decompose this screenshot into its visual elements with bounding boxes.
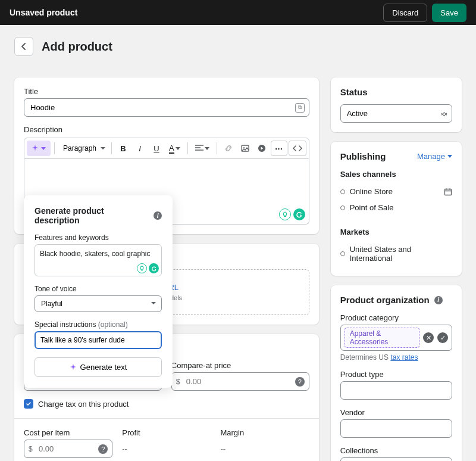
category-clear-button[interactable]: ✕ — [423, 332, 434, 343]
more-button[interactable]: ⋯ — [271, 141, 287, 156]
compare-label: Compare-at price — [171, 361, 309, 370]
bold-button[interactable]: B — [115, 141, 131, 156]
sparkle-icon — [70, 364, 77, 371]
status-select[interactable]: Active — [340, 104, 452, 123]
ai-generate-button[interactable] — [27, 141, 51, 156]
special-instructions-label: Special instructions — [35, 320, 96, 329]
grammarly-hint-icon[interactable] — [137, 263, 147, 273]
top-bar: Unsaved product Discard Save — [0, 0, 476, 25]
category-confirm-button[interactable]: ✓ — [437, 332, 448, 343]
collections-label: Collections — [340, 446, 452, 455]
status-card: Status Active — [331, 77, 462, 132]
profit-label: Profit — [122, 428, 211, 437]
product-type-input[interactable] — [340, 381, 452, 400]
margin-label: Margin — [220, 428, 309, 437]
charge-tax-label: Charge tax on this product — [38, 400, 129, 409]
org-heading: Product organization — [340, 295, 430, 305]
link-button[interactable] — [221, 141, 236, 156]
vendor-label: Vendor — [340, 408, 452, 417]
generate-text-button[interactable]: Generate text — [35, 357, 162, 377]
calendar-icon[interactable] — [444, 188, 452, 196]
svg-rect-3 — [445, 189, 452, 195]
unsaved-title: Unsaved product — [10, 8, 77, 17]
tone-select[interactable]: Playful — [35, 295, 162, 312]
info-icon[interactable]: i — [434, 296, 443, 304]
chevron-down-icon — [41, 147, 46, 150]
tax-note-prefix: Determines US — [340, 353, 391, 362]
image-button[interactable] — [237, 141, 253, 156]
align-button[interactable] — [192, 141, 213, 156]
save-button[interactable]: Save — [432, 4, 466, 22]
collections-input[interactable] — [340, 457, 452, 461]
category-input[interactable]: Apparel & Accessories ✕ ✓ — [340, 325, 452, 351]
sales-channels-label: Sales channels — [340, 170, 452, 179]
tone-label: Tone of voice — [35, 285, 162, 293]
channel-online-store[interactable]: Online Store — [340, 183, 452, 200]
title-input[interactable] — [24, 98, 309, 117]
publishing-card: Publishing Manage Sales channels Online … — [331, 142, 462, 276]
title-label: Title — [24, 87, 309, 96]
market-item[interactable]: United States and International — [340, 241, 452, 266]
optional-hint: (optional) — [98, 320, 128, 329]
channel-pos[interactable]: Point of Sale — [340, 200, 452, 216]
discard-button[interactable]: Discard — [383, 4, 427, 22]
type-label: Product type — [340, 370, 452, 379]
status-heading: Status — [340, 87, 452, 97]
vendor-input[interactable] — [340, 419, 452, 438]
link-icon — [224, 144, 233, 152]
code-view-button[interactable] — [289, 141, 306, 156]
profit-value: -- — [122, 440, 211, 453]
code-icon — [293, 145, 302, 152]
cost-label: Cost per item — [24, 428, 112, 437]
tax-rates-link[interactable]: tax rates — [390, 353, 418, 362]
category-label: Product category — [340, 313, 452, 322]
markets-label: Markets — [340, 228, 452, 236]
text-color-button[interactable]: A — [165, 141, 184, 156]
caret-down-icon — [447, 155, 452, 158]
margin-value: -- — [220, 440, 309, 453]
info-icon[interactable]: i — [154, 211, 162, 220]
image-icon — [241, 144, 249, 152]
paragraph-select[interactable]: Paragraph — [58, 142, 108, 155]
description-label: Description — [24, 125, 309, 134]
video-button[interactable] — [254, 141, 270, 156]
features-label: Features and keywords — [35, 233, 162, 242]
currency-prefix: $ — [29, 445, 33, 453]
charge-tax-checkbox[interactable] — [24, 399, 33, 409]
help-icon[interactable]: ? — [295, 377, 305, 387]
align-left-icon — [195, 145, 203, 152]
publishing-heading: Publishing — [340, 151, 386, 161]
currency-prefix: $ — [176, 378, 180, 386]
grammarly-icon[interactable] — [149, 263, 159, 273]
back-button[interactable] — [14, 37, 33, 56]
arrow-left-icon — [19, 42, 29, 51]
grammarly-icon[interactable] — [293, 208, 305, 220]
popover-heading: Generate product description — [35, 206, 150, 225]
template-icon[interactable]: ⧉ — [295, 103, 305, 113]
underline-button[interactable]: U — [149, 141, 164, 156]
play-circle-icon — [258, 144, 266, 152]
features-textarea[interactable]: Black hoodie, skaters, cool graphic — [35, 244, 162, 276]
special-instructions-input[interactable] — [35, 331, 162, 349]
page-title: Add product — [42, 40, 112, 54]
help-icon[interactable]: ? — [98, 444, 108, 454]
svg-point-1 — [243, 147, 245, 148]
rte-toolbar: Paragraph B I U A — [24, 138, 309, 159]
product-organization-card: Product organization i Product category … — [331, 285, 462, 461]
sparkle-icon — [32, 145, 39, 152]
manage-link[interactable]: Manage — [417, 152, 452, 161]
italic-button[interactable]: I — [132, 141, 148, 156]
generate-description-popover: Generate product description i Features … — [24, 195, 173, 388]
compare-price-input[interactable] — [171, 372, 309, 391]
grammarly-hint-icon[interactable] — [279, 208, 291, 220]
category-tag[interactable]: Apparel & Accessories — [345, 328, 419, 348]
